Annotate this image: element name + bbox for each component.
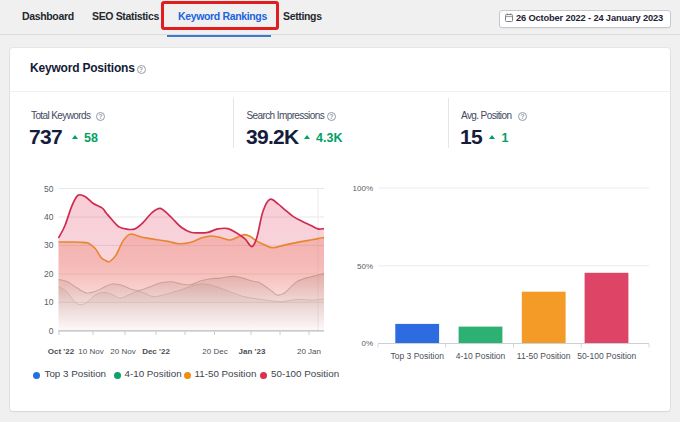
svg-text:40: 40 [44,212,54,222]
svg-text:4-10 Position: 4-10 Position [456,351,506,361]
svg-text:10: 10 [44,297,54,307]
svg-text:50-100 Position: 50-100 Position [577,351,636,361]
svg-text:20 Jan: 20 Jan [297,347,321,356]
svg-text:Jan '23: Jan '23 [239,347,266,356]
svg-text:11-50 Position: 11-50 Position [517,351,571,361]
svg-text:0%: 0% [361,339,373,348]
svg-text:Top 3 Position: Top 3 Position [390,351,444,361]
svg-text:30: 30 [44,240,54,250]
svg-text:10 Nov: 10 Nov [78,347,103,356]
svg-text:Oct '22: Oct '22 [48,347,75,356]
svg-text:100%: 100% [353,184,373,193]
svg-text:20: 20 [44,269,54,279]
svg-text:0: 0 [49,326,54,336]
svg-text:Dec '22: Dec '22 [142,347,170,356]
svg-text:50%: 50% [357,262,373,271]
svg-text:20 Dec: 20 Dec [202,347,227,356]
svg-text:50: 50 [44,184,54,194]
svg-text:20 Nov: 20 Nov [110,347,135,356]
